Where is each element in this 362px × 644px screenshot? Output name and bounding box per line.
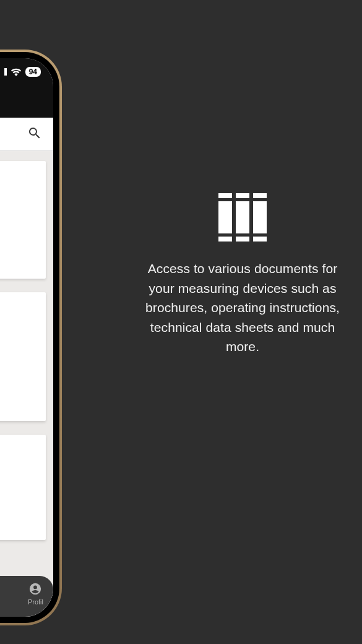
feature-description: Access to various documents for your mea… bbox=[144, 259, 342, 357]
phone-screen: 94 bbox=[0, 58, 53, 617]
bottom-nav: e Profil bbox=[0, 576, 53, 617]
search-bar[interactable] bbox=[0, 118, 53, 151]
svg-rect-0 bbox=[4, 68, 7, 76]
search-icon bbox=[27, 126, 42, 143]
document-card[interactable] bbox=[0, 292, 46, 421]
phone-bezel: 94 bbox=[0, 50, 62, 625]
person-icon bbox=[28, 582, 42, 597]
document-list bbox=[0, 151, 53, 617]
nav-item-profile[interactable]: Profil bbox=[28, 582, 43, 606]
nav-label: Profil bbox=[28, 598, 43, 606]
signal-icon bbox=[4, 68, 7, 76]
phone-mockup: 94 bbox=[0, 50, 62, 625]
app-header bbox=[0, 85, 53, 118]
battery-level: 94 bbox=[25, 67, 41, 77]
feature-callout: Access to various documents for your mea… bbox=[144, 193, 342, 357]
books-icon bbox=[144, 193, 342, 242]
document-card[interactable] bbox=[0, 161, 46, 279]
phone-body: 94 bbox=[0, 52, 59, 623]
document-card[interactable] bbox=[0, 435, 46, 540]
status-bar: 94 bbox=[0, 58, 53, 85]
wifi-icon bbox=[11, 68, 22, 76]
